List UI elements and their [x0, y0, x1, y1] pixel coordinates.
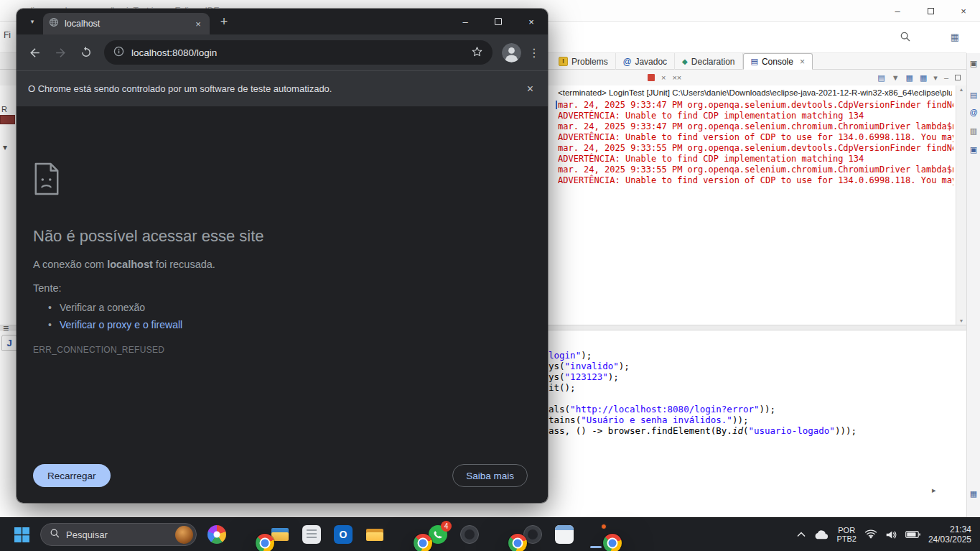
browser-tab-localhost[interactable]: localhost ×	[43, 13, 210, 34]
calculator-icon[interactable]	[297, 520, 326, 549]
view-tab-javadoc[interactable]: Javadoc	[616, 53, 675, 70]
forward-button[interactable]	[48, 40, 73, 65]
profile-avatar[interactable]	[502, 43, 521, 62]
dark-app-glyph	[460, 525, 479, 544]
address-bar[interactable]: localhost:8080/login	[104, 40, 493, 65]
declaration-view-icon	[682, 57, 688, 65]
junit-view-tab[interactable]: J	[1, 335, 17, 351]
console-output[interactable]: mar. 24, 2025 9:33:47 PM org.openqa.sele…	[558, 100, 953, 186]
close-view-icon[interactable]: ×	[800, 57, 805, 67]
console-output-line: ADVERTÊNCIA: Unable to find version of C…	[558, 132, 953, 143]
problems-view-icon	[559, 57, 568, 66]
onedrive-cloud-icon[interactable]	[813, 529, 829, 540]
clear-console-icon[interactable]: ▤	[877, 74, 885, 82]
scroll-lock-icon[interactable]: ▼	[892, 74, 900, 82]
search-box[interactable]: Pesquisar	[40, 523, 197, 546]
code-line	[549, 393, 857, 404]
console-scrollbar[interactable]: ▲ ▼	[956, 85, 966, 325]
new-tab-button[interactable]: +	[214, 11, 234, 32]
wifi-icon[interactable]	[864, 529, 877, 540]
eclipse-minimize-button[interactable]: –	[881, 0, 914, 22]
menu-dots-icon[interactable]: ⋮	[526, 46, 542, 60]
search-icon[interactable]	[900, 31, 911, 45]
console-output-line: ADVERTÊNCIA: Unable to find version of C…	[558, 175, 953, 186]
bookmark-star-icon[interactable]	[471, 45, 483, 60]
eclipse-maximize-button[interactable]	[914, 0, 947, 22]
folder-icon[interactable]	[360, 520, 389, 549]
scroll-up-icon[interactable]: ▲	[956, 87, 966, 92]
eclipse-close-button[interactable]: ×	[947, 0, 980, 22]
battery-icon[interactable]	[905, 530, 920, 539]
hidden-icons-chevron[interactable]	[797, 532, 806, 537]
start-button[interactable]	[9, 520, 34, 549]
minimize-view-icon[interactable]: –	[944, 74, 948, 82]
tab-close-icon[interactable]: ×	[192, 19, 204, 29]
minimize-button[interactable]: –	[449, 9, 482, 34]
site-info-icon[interactable]	[113, 46, 124, 60]
globe-favicon	[49, 17, 59, 30]
code-line: tains("Usuário e senha inválidos."));	[549, 415, 857, 425]
suggestion-item[interactable]: Verificar o proxy e o firewall	[48, 316, 182, 333]
java-editor[interactable]: login");ys("invalido");ys("123123");it()…	[549, 350, 857, 436]
language-indicator[interactable]: POR PTB2	[836, 526, 857, 543]
back-button[interactable]	[22, 40, 47, 65]
terminate-icon[interactable]	[648, 74, 655, 81]
error-code: ERR_CONNECTION_REFUSED	[33, 345, 164, 355]
search-placeholder: Pesquisar	[66, 529, 108, 540]
view-tab-label: Javadoc	[635, 57, 667, 67]
minimized-view-icon[interactable]: ▣	[967, 145, 980, 154]
tab-search-button[interactable]: ▾	[23, 12, 42, 31]
clock[interactable]: 21:34 24/03/2025	[928, 524, 971, 545]
minimized-view-icon[interactable]: ▦	[967, 489, 980, 499]
scroll-down-icon[interactable]: ▼	[956, 318, 966, 323]
folder-glyph	[365, 525, 384, 544]
remove-all-launches-icon[interactable]: ××	[672, 74, 681, 82]
hscroll-arrow-icon[interactable]: ▸	[932, 486, 936, 495]
javadoc-view-icon	[623, 57, 632, 66]
taskbar: Pesquisar 4 POR PTB2	[0, 517, 980, 551]
minimized-view-icon[interactable]: ▤	[967, 91, 980, 100]
close-button[interactable]: ×	[515, 9, 548, 34]
volume-icon[interactable]	[885, 529, 897, 540]
chrome-3-icon[interactable]	[487, 520, 515, 549]
chrome-icon[interactable]	[234, 520, 263, 549]
perspective-icon[interactable]: ▦	[951, 32, 959, 42]
dark-app-icon[interactable]	[455, 520, 484, 549]
suggestions-list: Verificar a conexãoVerificar o proxy e o…	[48, 299, 182, 333]
view-tab-declaration[interactable]: Declaration	[675, 53, 742, 70]
url-text[interactable]: localhost:8080/login	[131, 47, 464, 58]
chrome-active-icon[interactable]	[582, 520, 610, 549]
outlook-icon[interactable]	[329, 520, 358, 549]
search-highlight-image[interactable]	[175, 526, 193, 544]
javadoc-view-icon[interactable]: @	[967, 108, 980, 116]
chrome-2-icon[interactable]	[392, 520, 421, 549]
remove-launch-icon[interactable]: ×	[661, 74, 666, 82]
keyboard-layout: PTB2	[836, 534, 857, 543]
reload-button[interactable]	[74, 40, 98, 65]
error-page: Não é possível acessar esse site A conex…	[17, 106, 548, 503]
sad-file-icon	[33, 162, 60, 198]
display-console-icon[interactable]: ▦	[920, 74, 927, 82]
language-code: POR	[836, 526, 857, 534]
learn-more-button[interactable]: Saiba mais	[452, 464, 528, 487]
minimized-view-icon[interactable]: ▥	[967, 126, 980, 136]
maximize-view-icon[interactable]	[955, 74, 961, 82]
light-app-glyph	[555, 525, 574, 544]
view-menu-icon[interactable]: ≡	[3, 323, 9, 334]
minimized-views-rail: ▣ ▤ @ ▥ ▣ ▦	[966, 53, 980, 517]
notification-badge: 4	[441, 521, 452, 532]
restore-views-icon[interactable]: ▣	[967, 59, 980, 68]
infobar-close-icon[interactable]: ×	[524, 80, 536, 98]
code-line: als("http://localhost:8080/login?error")…	[549, 404, 857, 415]
reload-page-button[interactable]: Recarregar	[33, 464, 111, 487]
photos-icon[interactable]	[202, 520, 231, 549]
open-console-chevron-icon[interactable]: ▾	[933, 74, 938, 82]
view-tab-console[interactable]: Console×	[743, 53, 813, 70]
file-menu-fragment[interactable]: Fi	[4, 30, 11, 40]
pin-console-icon[interactable]: ▦	[906, 74, 913, 82]
chrome-active-glyph	[603, 534, 622, 551]
tree-expander-icon[interactable]: ▾	[3, 142, 7, 152]
light-app-icon[interactable]	[550, 520, 579, 549]
view-tab-problems[interactable]: Problems	[551, 53, 616, 70]
maximize-button[interactable]	[482, 9, 515, 34]
